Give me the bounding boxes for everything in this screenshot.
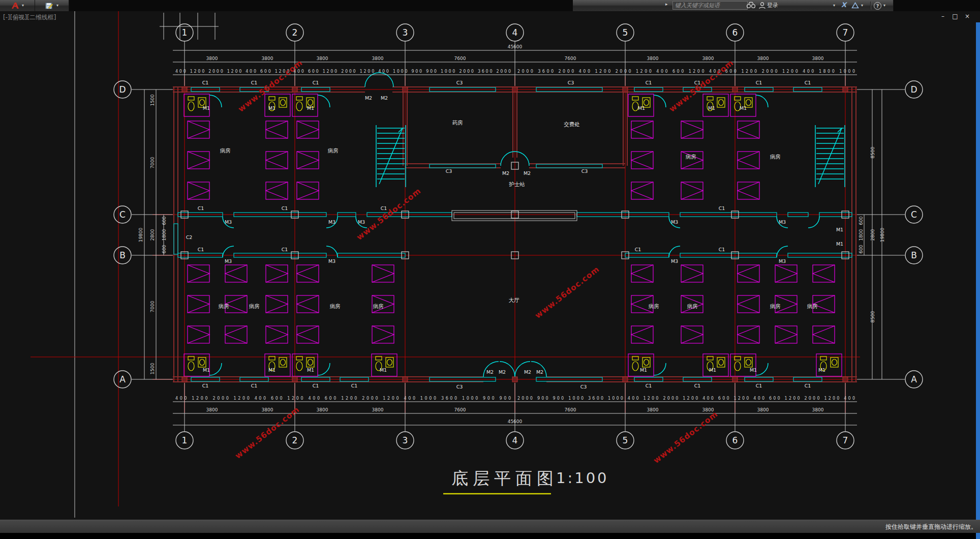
svg-text:2000 900 900 1000 3600 1000 40: 2000 900 900 1000 3600 1000 400 1200 200… <box>517 396 855 401</box>
svg-text:600: 600 <box>162 216 167 225</box>
svg-text:C1: C1 <box>282 247 288 252</box>
svg-text:1500: 1500 <box>150 363 155 374</box>
svg-text:C1: C1 <box>756 383 762 388</box>
signin-button[interactable]: 登录 <box>759 2 778 9</box>
axis-bubble-label: C <box>911 209 917 220</box>
room-label-nurse-station: 护士站 <box>509 181 525 187</box>
svg-text:400 1200 2000 1200 400 600 120: 400 1200 2000 1200 400 600 1200 400 600 … <box>175 396 511 401</box>
svg-text:M2: M2 <box>524 170 531 176</box>
quick-access-toolbar[interactable]: ▾ <box>35 0 69 11</box>
svg-text:C1: C1 <box>805 80 811 85</box>
chevron-down-icon[interactable]: ▾ <box>883 4 885 8</box>
svg-text:C1: C1 <box>351 383 358 388</box>
window-controls: – □ × <box>939 13 971 20</box>
svg-text:M2: M2 <box>381 95 388 101</box>
svg-text:M3: M3 <box>225 219 232 225</box>
svg-text:M1: M1 <box>750 367 757 373</box>
svg-text:M1: M1 <box>380 367 387 373</box>
room-label-pharmacy: 药房 <box>452 119 464 126</box>
svg-text:M3: M3 <box>671 219 678 225</box>
svg-text:C1: C1 <box>313 383 319 388</box>
svg-text:1800: 1800 <box>859 229 864 241</box>
svg-text:3800: 3800 <box>262 407 273 412</box>
svg-text:M3: M3 <box>671 258 678 264</box>
watermark-text: www.56doc.com <box>533 264 601 320</box>
chevron-down-icon[interactable]: ▾ <box>861 4 863 8</box>
svg-text:3800: 3800 <box>317 407 328 412</box>
watermarks: www.56doc.com www.56doc.com www.56doc.co… <box>233 58 735 465</box>
title-bar: ▾ ▾ ▸ 登录 ▾ X <box>0 0 980 11</box>
svg-text:C2: C2 <box>186 234 193 240</box>
svg-text:C1: C1 <box>646 80 652 85</box>
search-button[interactable] <box>747 2 755 9</box>
doors <box>209 73 819 377</box>
svg-text:8500: 8500 <box>870 311 875 322</box>
svg-text:7000: 7000 <box>150 301 155 312</box>
svg-text:C1: C1 <box>694 383 701 388</box>
svg-text:M2: M2 <box>365 95 372 101</box>
svg-text:M2: M2 <box>502 170 509 176</box>
room-label-hall: 大厅 <box>509 297 520 303</box>
svg-text:M3: M3 <box>779 258 786 264</box>
exchange-apps-button[interactable]: X <box>841 1 846 9</box>
svg-text:2800: 2800 <box>150 229 155 241</box>
svg-text:M1: M1 <box>203 105 210 111</box>
status-hint: 按住拾取键并垂直拖动进行缩放。 <box>885 523 980 531</box>
axis-bubble-label: B <box>911 250 917 260</box>
svg-text:M3: M3 <box>328 258 335 264</box>
room-label-ward: 病房 <box>807 303 818 309</box>
svg-text:1500: 1500 <box>150 94 155 106</box>
svg-text:3800: 3800 <box>757 407 769 412</box>
help-button[interactable]: ? <box>874 2 881 10</box>
cad-canvas[interactable]: 1234567 1234567 DCBA DCBA 45600 45600 38… <box>0 0 980 539</box>
room-label-ward: 病房 <box>373 303 384 309</box>
bottom-strip <box>0 533 980 539</box>
svg-text:M3: M3 <box>328 219 335 225</box>
room-label-ward: 病房 <box>328 147 339 154</box>
svg-text:7600: 7600 <box>454 407 466 412</box>
svg-text:600: 600 <box>859 245 864 253</box>
autodesk360-button[interactable] <box>851 2 859 9</box>
autocad-logo-button[interactable]: ▾ <box>0 0 35 11</box>
svg-text:C1: C1 <box>251 383 258 388</box>
svg-text:3800: 3800 <box>372 56 384 61</box>
svg-text:3800: 3800 <box>262 56 273 61</box>
infocenter: ▸ 登录 ▾ X ▾ ? ▾ <box>573 0 894 11</box>
axis-bubble-label: 5 <box>623 435 628 445</box>
svg-text:M1: M1 <box>203 367 210 373</box>
watermark-text: www.56doc.com <box>355 186 422 242</box>
infocenter-arrow-icon[interactable]: ▸ <box>665 2 668 7</box>
axis-bubble-label: 7 <box>843 27 848 38</box>
watermark-text: www.56doc.com <box>652 409 719 465</box>
svg-text:M1: M1 <box>836 227 843 232</box>
axis-bubble-label: 7 <box>843 435 848 445</box>
viewport-controls[interactable]: [-][俯视][二维线框] <box>3 13 56 22</box>
svg-text:3800: 3800 <box>317 56 328 61</box>
vertical-scrollbar[interactable] <box>976 22 980 520</box>
dim-overall-bottom: 45600 <box>508 419 523 424</box>
watermark-text: www.56doc.com <box>667 58 735 114</box>
svg-text:3800: 3800 <box>702 56 714 61</box>
svg-text:M1: M1 <box>638 105 645 111</box>
svg-text:1800: 1800 <box>162 229 167 241</box>
svg-text:C1: C1 <box>198 247 204 252</box>
svg-text:M1: M1 <box>818 367 825 373</box>
svg-text:7000: 7000 <box>150 157 155 168</box>
close-button[interactable]: × <box>964 13 971 20</box>
dim-overall-top: 45600 <box>508 44 523 49</box>
svg-text:8500: 8500 <box>870 146 875 158</box>
chevron-down-icon[interactable]: ▾ <box>833 4 835 8</box>
axis-bubble-label: 6 <box>732 435 738 445</box>
svg-text:400 1200 2000 1200 400 600 120: 400 1200 2000 1200 400 600 1200 400 600 … <box>175 69 511 74</box>
minimize-button[interactable]: – <box>939 13 946 20</box>
svg-text:M1: M1 <box>708 105 715 111</box>
svg-text:C1: C1 <box>198 205 204 211</box>
svg-text:C3: C3 <box>456 80 463 85</box>
axis-bubble-label: 3 <box>403 27 408 38</box>
restore-button[interactable]: □ <box>952 13 959 20</box>
search-input[interactable] <box>672 1 748 10</box>
svg-text:C1: C1 <box>313 80 319 85</box>
axis-bubble-label: 2 <box>292 27 298 38</box>
axis-bubble-label: 3 <box>403 435 408 445</box>
svg-text:3800: 3800 <box>647 407 659 412</box>
